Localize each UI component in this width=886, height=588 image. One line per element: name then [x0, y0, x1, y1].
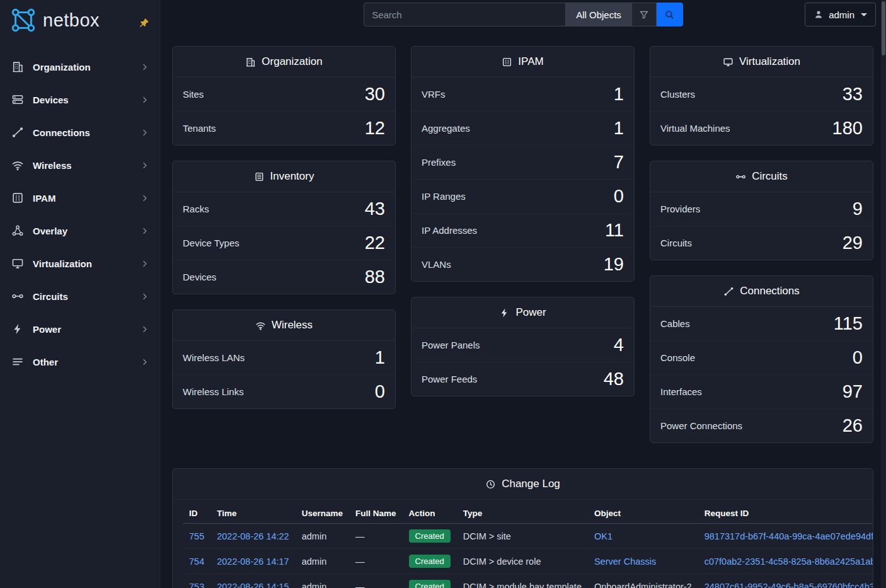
stat-row-ip-ranges[interactable]: IP Ranges 0: [411, 180, 634, 214]
change-object-link[interactable]: OK1: [594, 531, 613, 541]
change-time-link[interactable]: 2022-08-26 14:22: [217, 531, 289, 541]
stat-value: 0: [853, 348, 863, 367]
change-id-link[interactable]: 754: [189, 556, 204, 567]
stat-row-vrfs[interactable]: VRFs 1: [411, 78, 634, 112]
sidebar-item-label: Devices: [33, 95, 131, 105]
sidebar-item-label: Power: [33, 324, 131, 335]
card-title-text: IPAM: [518, 55, 543, 68]
sidebar-item-connections[interactable]: Connections: [0, 116, 161, 149]
stat-label: VRFs: [422, 89, 446, 100]
user-menu-button[interactable]: admin: [805, 3, 876, 26]
action-badge: Created: [409, 529, 451, 543]
stat-row-clusters[interactable]: Clusters 33: [650, 78, 873, 112]
stat-row-vlans[interactable]: VLANs 19: [411, 248, 634, 281]
stat-row-sites[interactable]: Sites 30: [173, 78, 395, 112]
stat-row-power-connections[interactable]: Power Connections 26: [650, 409, 873, 442]
stat-label: Wireless LANs: [183, 352, 245, 363]
stat-label: Devices: [183, 272, 216, 282]
stat-row-prefixes[interactable]: Prefixes 7: [411, 146, 634, 180]
card-connections: Connections Cables 115 Console 0 Interfa…: [650, 275, 873, 443]
sidebar-item-label: Virtualization: [33, 258, 131, 269]
dashboard-column-3: Virtualization Clusters 33 Virtual Machi…: [650, 46, 873, 443]
col-username: Username: [296, 501, 349, 524]
stat-value: 48: [604, 369, 624, 389]
sidebar-pin-button[interactable]: [138, 18, 149, 29]
stat-row-devices[interactable]: Devices 88: [173, 260, 395, 294]
sidebar-item-organization[interactable]: Organization: [0, 50, 161, 83]
overlay-graph-icon: [11, 224, 24, 237]
sidebar-item-virtualization[interactable]: Virtualization: [0, 247, 161, 280]
card-title-text: Wireless: [272, 319, 313, 331]
sidebar-item-wireless[interactable]: Wireless: [0, 149, 161, 182]
object-type-selector[interactable]: All Objects: [566, 3, 632, 26]
change-request-id-link[interactable]: 9817317d-b67f-440a-99ca-4ae07ede94df: [705, 531, 873, 541]
change-id-link[interactable]: 755: [189, 531, 204, 541]
change-fullname: —: [349, 524, 403, 549]
sidebar-item-power[interactable]: Power: [0, 313, 161, 345]
change-request-id-link[interactable]: 24807c61-9952-49c6-b8a5-69760bfcc4b3: [705, 582, 873, 588]
card-title: Circuits: [650, 161, 873, 192]
stat-value: 19: [604, 255, 624, 274]
sidebar-item-circuits[interactable]: Circuits: [0, 280, 161, 313]
change-time-link[interactable]: 2022-08-26 14:15: [217, 582, 289, 588]
change-id-link[interactable]: 753: [189, 582, 204, 588]
stat-row-virtual-machines[interactable]: Virtual Machines 180: [650, 112, 873, 145]
stat-value: 4: [614, 335, 624, 355]
chevron-right-icon: [140, 128, 149, 137]
change-type: DCIM > device role: [457, 549, 588, 574]
sidebar: netbox Organization Devices Connect: [0, 0, 161, 588]
changelog-row: 755 2022-08-26 14:22 admin — Created DCI…: [183, 524, 873, 549]
stat-row-interfaces[interactable]: Interfaces 97: [650, 375, 873, 409]
stat-row-racks[interactable]: Racks 43: [173, 192, 395, 226]
card-title: Power: [411, 297, 634, 328]
stat-row-wireless-links[interactable]: Wireless Links 0: [173, 375, 395, 408]
filter-button[interactable]: [632, 3, 657, 26]
stat-label: Console: [660, 352, 695, 363]
change-object-link[interactable]: Server Chassis: [594, 556, 656, 567]
chevron-right-icon: [140, 62, 149, 72]
netbox-app: netbox Organization Devices Connect: [0, 0, 886, 588]
chevron-right-icon: [140, 95, 149, 105]
stat-row-wireless-lans[interactable]: Wireless LANs 1: [173, 341, 395, 375]
wifi-icon: [11, 159, 24, 171]
card-title-text: Power: [515, 306, 546, 319]
stat-value: 22: [365, 233, 385, 253]
chevron-right-icon: [140, 259, 149, 268]
stat-row-providers[interactable]: Providers 9: [650, 192, 873, 226]
changelog-row: 754 2022-08-26 14:17 admin — Created DCI…: [183, 549, 873, 574]
sidebar-item-overlay[interactable]: Overlay: [0, 214, 161, 247]
change-time-link[interactable]: 2022-08-26 14:17: [217, 556, 289, 567]
stat-row-ip-addresses[interactable]: IP Addresses 11: [411, 214, 634, 248]
stat-label: Power Connections: [660, 420, 742, 431]
sidebar-item-ipam[interactable]: IPAM: [0, 182, 161, 214]
change-type: DCIM > module bay template: [457, 574, 588, 588]
stat-row-circuits[interactable]: Circuits 29: [650, 226, 873, 260]
stat-row-power-feeds[interactable]: Power Feeds 48: [411, 362, 634, 396]
search-submit-button[interactable]: [657, 3, 683, 26]
action-badge: Created: [409, 555, 451, 568]
sidebar-item-label: IPAM: [33, 193, 131, 204]
wifi-icon: [255, 320, 266, 331]
col-fullname: Full Name: [349, 501, 403, 524]
card-title-text: Connections: [740, 285, 800, 297]
sidebar-item-other[interactable]: Other: [0, 345, 161, 378]
stat-row-device-types[interactable]: Device Types 22: [173, 226, 395, 260]
stat-row-tenants[interactable]: Tenants 12: [173, 112, 395, 145]
scrollbar-thumb[interactable]: [882, 1, 885, 55]
stat-row-power-panels[interactable]: Power Panels 4: [411, 328, 634, 362]
sidebar-item-devices[interactable]: Devices: [0, 83, 161, 116]
search-input[interactable]: [364, 3, 566, 26]
netbox-logo[interactable]: netbox: [10, 7, 100, 33]
stat-row-console[interactable]: Console 0: [650, 341, 873, 375]
changelog-card: Change Log ID Time Username Full Name Ac…: [172, 468, 873, 588]
stat-row-aggregates[interactable]: Aggregates 1: [411, 112, 634, 146]
netbox-logo-icon: [10, 7, 37, 33]
scrollbar-track[interactable]: [881, 0, 886, 588]
stat-value: 11: [605, 221, 624, 240]
change-request-id-link[interactable]: c07f0ab2-2351-4c58-825a-8b6a2425a1ab: [705, 556, 873, 567]
power-bolt-icon: [499, 308, 510, 318]
circuits-icon: [735, 171, 746, 182]
stat-row-cables[interactable]: Cables 115: [650, 307, 873, 341]
history-icon: [485, 479, 496, 490]
ipam-icon: [11, 192, 24, 204]
